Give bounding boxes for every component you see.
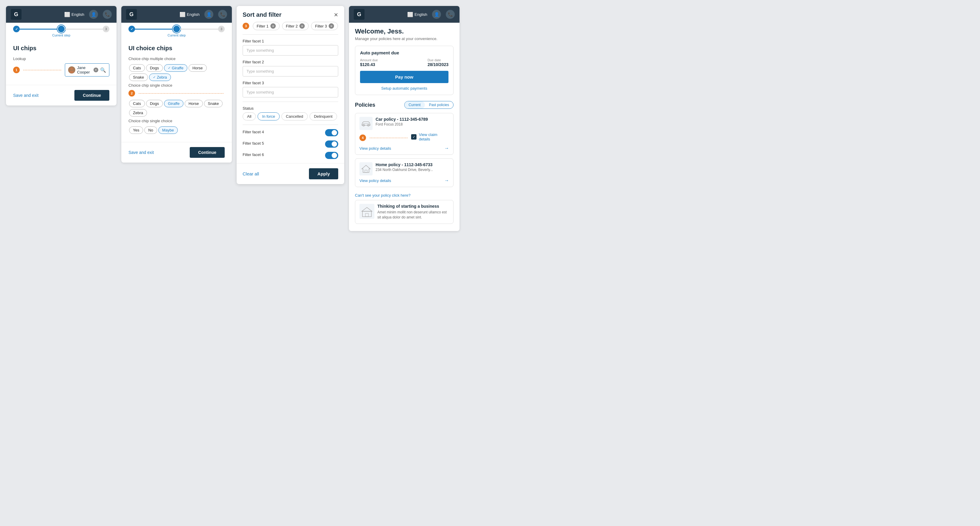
panel2-user-icon[interactable]: 👤 xyxy=(204,10,213,19)
chip-dogs-1[interactable]: Dogs xyxy=(146,64,163,72)
lookup-clear-btn[interactable]: ✕ xyxy=(94,67,98,72)
filter-body: Filter facet 1 Filter facet 2 Filter fac… xyxy=(237,35,344,163)
panel1-title: UI chips xyxy=(13,45,109,52)
filter-header: Sort and filter ✕ xyxy=(237,6,344,22)
status-cancelled[interactable]: Cancelled xyxy=(282,112,308,120)
chip-horse-1[interactable]: Horse xyxy=(189,64,207,72)
panel2-phone-icon[interactable]: 📞 xyxy=(218,10,227,19)
tab-past[interactable]: Past policies xyxy=(425,101,453,108)
field3-input[interactable] xyxy=(243,87,338,97)
active-filters-row: 3 Filter 1 ✕ Filter 2 ✕ Filter 3 ✕ xyxy=(237,22,344,34)
claim-link[interactable]: View claim details xyxy=(419,132,449,141)
panel2-continue-btn[interactable]: Continue xyxy=(190,147,225,158)
chip-snake-2[interactable]: Snake xyxy=(204,100,223,107)
chip-cats-2[interactable]: Cats xyxy=(129,100,145,107)
business-text: Thinking of starting a business Amet min… xyxy=(377,204,449,220)
car-policy-icon xyxy=(360,117,372,130)
status-inforce[interactable]: In force xyxy=(258,112,279,120)
tab-current[interactable]: Current xyxy=(404,101,425,108)
filter-divider-mid xyxy=(243,102,338,102)
panel4-phone-icon[interactable]: 📞 xyxy=(446,10,455,19)
amount-value: $120.43 xyxy=(360,62,375,67)
lookup-search-icon[interactable]: 🔍 xyxy=(100,67,106,73)
panel1-phone-icon[interactable]: 📞 xyxy=(103,10,112,19)
toggle-6[interactable] xyxy=(325,152,338,159)
field3-label: Filter facet 3 xyxy=(243,81,338,85)
panel1-continue-btn[interactable]: Continue xyxy=(75,90,109,101)
toggle-4[interactable] xyxy=(325,129,338,136)
home-policy-icon xyxy=(360,162,372,175)
chip-dogs-2[interactable]: Dogs xyxy=(146,100,163,107)
filter-title: Sort and filter xyxy=(243,11,282,18)
status-delinquent[interactable]: Delinquent xyxy=(310,112,337,120)
remove-filter-3[interactable]: ✕ xyxy=(329,23,334,29)
home-policy-name: Home policy - 1112-345-6733 xyxy=(375,162,449,167)
business-card: Thinking of starting a business Amet min… xyxy=(355,200,453,224)
home-policy-arrow[interactable]: → xyxy=(444,178,449,183)
section1-chips: Cats Dogs ✓ Giraffe Horse Snake ✓ Zebra xyxy=(129,63,225,82)
chip-yes[interactable]: Yes xyxy=(129,126,143,134)
callout-line-2 xyxy=(138,93,223,94)
filter-count-badge: 3 xyxy=(243,23,249,29)
home-policy-desc: 234 North Oakhurst Drive, Beverly... xyxy=(375,168,449,172)
chip-no[interactable]: No xyxy=(144,126,157,134)
car-policy-desc: Ford Focus 2018 xyxy=(375,122,449,126)
chip-snake-1[interactable]: Snake xyxy=(129,73,148,81)
toggle-row-6: Filter facet 6 xyxy=(243,152,338,159)
panel-choice-chips: G ⬜ English 👤 📞 ✓ 3 Current step UI choi… xyxy=(121,6,232,163)
panel2-stepper: ✓ 3 Current step xyxy=(121,23,232,39)
chip-giraffe-1[interactable]: ✓ Giraffe xyxy=(164,64,187,72)
field2-label: Filter facet 2 xyxy=(243,60,338,64)
car-policy-arrow[interactable]: → xyxy=(444,145,449,151)
panel-sort-filter: Sort and filter ✕ 3 Filter 1 ✕ Filter 2 … xyxy=(237,6,344,184)
chip-giraffe-2[interactable]: Giraffe xyxy=(164,100,183,107)
payment-card: Auto payment due Amount due $120.43 Due … xyxy=(355,46,453,95)
callout-line-1 xyxy=(23,70,61,70)
panel-dashboard: G ⬜ English 👤 📞 Welcome, Jess. Manage yo… xyxy=(349,6,460,231)
active-filter-3: Filter 3 ✕ xyxy=(311,22,338,30)
claim-callout-row: 4 ✓ View claim details xyxy=(360,132,449,143)
apply-btn[interactable]: Apply xyxy=(309,168,338,179)
policies-header: Policies Current Past policies xyxy=(355,101,453,109)
clear-all-btn[interactable]: Clear all xyxy=(243,171,259,176)
toggle4-label: Filter facet 4 xyxy=(243,130,264,134)
cant-see-link[interactable]: Can't see your policy click here? xyxy=(355,191,453,200)
filter-field-3: Filter facet 3 xyxy=(243,81,338,97)
chip-zebra-1[interactable]: ✓ Zebra xyxy=(149,73,171,81)
panel1-save-btn[interactable]: Save and exit xyxy=(13,93,38,98)
panel1-footer: Save and exit Continue xyxy=(6,85,116,105)
status-chips-row: All In force Cancelled Delinquent xyxy=(243,112,338,120)
step1-line xyxy=(20,29,58,30)
step2-dot xyxy=(58,26,65,32)
remove-filter-1[interactable]: ✕ xyxy=(270,23,276,29)
panel1-logo: G xyxy=(11,9,22,20)
chip-cats-1[interactable]: Cats xyxy=(129,64,145,72)
claim-row: ✓ View claim details xyxy=(411,132,449,141)
p2-stepper-label: Current step xyxy=(168,33,186,37)
field1-input[interactable] xyxy=(243,45,338,56)
setup-link[interactable]: Setup automatic payments xyxy=(360,86,449,91)
panel4-user-icon[interactable]: 👤 xyxy=(432,10,441,19)
home-policy-link[interactable]: View policy details xyxy=(360,179,391,183)
filter-field-2: Filter facet 2 xyxy=(243,60,338,77)
p2-step1-line xyxy=(135,29,173,30)
chip-zebra-2[interactable]: Zebra xyxy=(129,109,147,116)
toggle-5[interactable] xyxy=(325,140,338,148)
panel2-footer: Save and exit Continue xyxy=(121,142,232,163)
status-all[interactable]: All xyxy=(243,112,256,120)
filter-close-btn[interactable]: ✕ xyxy=(334,12,338,18)
lookup-input[interactable]: Jane Cooper ✕ 🔍 xyxy=(65,63,109,77)
field2-input[interactable] xyxy=(243,66,338,77)
car-policy-link[interactable]: View policy details xyxy=(360,146,391,151)
pay-now-btn[interactable]: Pay now xyxy=(360,71,449,83)
panel2-save-btn[interactable]: Save and exit xyxy=(129,150,154,155)
panel1-user-icon[interactable]: 👤 xyxy=(89,10,98,19)
section2-chips: Cats Dogs Giraffe Horse Snake Zebra xyxy=(129,99,225,118)
chip-horse-2[interactable]: Horse xyxy=(185,100,203,107)
status-label: Status xyxy=(243,106,338,111)
business-desc: Amet minim mollit non deserunt ullamco e… xyxy=(377,210,449,220)
filter-divider-mid2 xyxy=(243,124,338,125)
remove-filter-2[interactable]: ✕ xyxy=(299,23,305,29)
section3-label: Choice chip single choice xyxy=(129,119,225,123)
chip-maybe[interactable]: Maybe xyxy=(158,126,178,134)
